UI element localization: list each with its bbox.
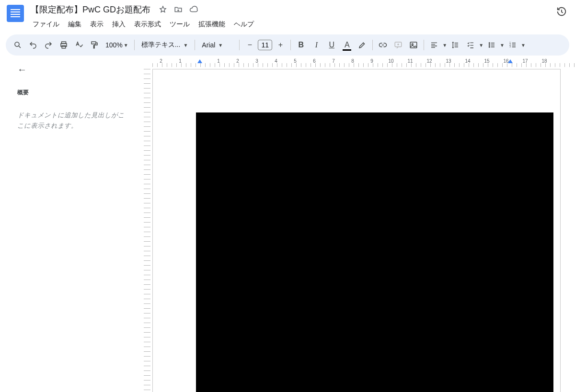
redacted-content-block — [196, 112, 553, 392]
highlight-color-button[interactable] — [355, 38, 369, 52]
collapse-outline-icon[interactable]: ← — [17, 64, 27, 75]
docs-logo-icon[interactable] — [7, 5, 24, 22]
styles-label: 標準テキス... — [141, 41, 181, 49]
chevron-down-icon: ▼ — [500, 43, 505, 48]
move-folder-icon[interactable] — [173, 5, 183, 14]
ruler-number: 2 — [236, 58, 239, 64]
menu-bar: ファイル 編集 表示 挿入 表示形式 ツール 拡張機能 ヘルプ — [29, 18, 555, 31]
title-area: 【限定配布】PwC GDお題配布 ファイル 編集 表示 挿入 表示形式 ツール … — [29, 3, 555, 31]
print-icon[interactable] — [57, 38, 71, 52]
paint-format-icon[interactable] — [87, 38, 102, 52]
insert-image-icon[interactable] — [406, 38, 421, 52]
star-icon[interactable] — [158, 5, 168, 14]
workspace: ← 概要 ドキュメントに追加した見出しがここに表示されます。 211234567… — [0, 56, 575, 392]
svg-point-9 — [489, 45, 490, 45]
doc-title[interactable]: 【限定配布】PwC GDお題配布 — [29, 3, 152, 16]
checklist-icon[interactable] — [463, 38, 478, 52]
underline-button[interactable]: U — [324, 38, 339, 52]
font-size-input[interactable] — [258, 40, 272, 50]
ruler-number: 10 — [388, 58, 393, 64]
vertical-ruler[interactable] — [144, 69, 150, 392]
ruler-number: 1 — [217, 58, 220, 64]
ruler-ticks — [152, 63, 575, 67]
text-color-button[interactable]: A — [340, 38, 354, 52]
separator — [239, 40, 240, 50]
insert-link-icon[interactable] — [376, 38, 390, 52]
ruler-number: 2 — [160, 58, 162, 64]
separator — [134, 40, 135, 50]
menu-format[interactable]: 表示形式 — [130, 18, 165, 31]
zoom-value: 100% — [105, 41, 123, 49]
chevron-down-icon: ▼ — [479, 43, 483, 48]
ruler-number: 9 — [370, 58, 373, 64]
bulleted-list-icon[interactable] — [484, 38, 499, 52]
ruler-number: 5 — [294, 58, 297, 64]
menu-insert[interactable]: 挿入 — [108, 18, 129, 31]
ruler-number: 3 — [255, 58, 258, 64]
decrease-font-size-button[interactable]: − — [242, 38, 257, 52]
ruler-number: 8 — [351, 58, 354, 64]
menu-edit[interactable]: 編集 — [64, 18, 85, 31]
chevron-down-icon: ▼ — [218, 43, 223, 48]
header: 【限定配布】PwC GDお題配布 ファイル 編集 表示 挿入 表示形式 ツール … — [0, 0, 575, 31]
chevron-down-icon: ▼ — [124, 43, 128, 48]
toolbar: 100%▼ 標準テキス...▼ Arial▼ − + B I U A ▼ ▼ ▼… — [6, 34, 569, 56]
svg-point-0 — [15, 42, 19, 46]
search-icon[interactable] — [11, 38, 25, 52]
ruler-number: 1 — [179, 58, 182, 64]
ruler-number: 16 — [503, 58, 508, 64]
svg-text:3: 3 — [509, 45, 511, 48]
redo-icon[interactable] — [41, 38, 56, 52]
bold-button[interactable]: B — [294, 38, 308, 52]
horizontal-ruler[interactable]: 21123456789101112131415161718 — [152, 58, 575, 67]
outline-panel: ← 概要 ドキュメントに追加した見出しがここに表示されます。 — [0, 56, 142, 392]
outline-title: 概要 — [17, 89, 130, 97]
separator — [290, 40, 291, 50]
ruler-number: 12 — [426, 58, 432, 64]
ruler-number: 11 — [407, 58, 413, 64]
spellcheck-icon[interactable] — [72, 38, 86, 52]
menu-extensions[interactable]: 拡張機能 — [195, 18, 229, 31]
version-history-icon[interactable] — [555, 5, 568, 18]
title-row: 【限定配布】PwC GDお題配布 — [29, 3, 555, 16]
italic-button[interactable]: I — [309, 38, 323, 52]
ruler-number: 4 — [275, 58, 277, 64]
separator — [195, 40, 195, 50]
chevron-down-icon: ▼ — [183, 43, 188, 48]
font-dropdown[interactable]: Arial▼ — [198, 41, 236, 49]
svg-point-8 — [489, 43, 490, 44]
ruler-number: 6 — [313, 58, 316, 64]
ruler-number: 7 — [332, 58, 335, 64]
menu-tools[interactable]: ツール — [166, 18, 194, 31]
chevron-down-icon: ▼ — [442, 43, 447, 48]
font-label: Arial — [202, 41, 215, 49]
cloud-status-icon[interactable] — [189, 5, 198, 14]
separator — [372, 40, 373, 50]
menu-view[interactable]: 表示 — [86, 18, 107, 31]
numbered-list-icon[interactable]: 123 — [506, 38, 520, 52]
document-canvas: 21123456789101112131415161718 — [142, 56, 575, 392]
svg-rect-4 — [92, 42, 96, 44]
svg-point-7 — [412, 44, 414, 45]
ruler-number: 17 — [522, 58, 528, 64]
menu-help[interactable]: ヘルプ — [230, 18, 258, 31]
zoom-dropdown[interactable]: 100%▼ — [103, 41, 131, 49]
align-dropdown[interactable] — [427, 38, 441, 52]
menu-file[interactable]: ファイル — [29, 18, 63, 31]
svg-rect-6 — [411, 42, 417, 48]
add-comment-icon[interactable] — [391, 38, 405, 52]
increase-font-size-button[interactable]: + — [273, 38, 288, 52]
font-size-control: − + — [242, 38, 288, 52]
line-spacing-icon[interactable] — [448, 38, 462, 52]
document-page[interactable] — [152, 69, 561, 392]
ruler-number: 15 — [484, 58, 489, 64]
svg-point-10 — [489, 46, 490, 47]
outline-placeholder: ドキュメントに追加した見出しがここに表示されます。 — [17, 110, 130, 131]
undo-icon[interactable] — [26, 38, 40, 52]
chevron-down-icon: ▼ — [521, 43, 526, 48]
separator — [424, 40, 424, 50]
paragraph-styles-dropdown[interactable]: 標準テキス...▼ — [138, 41, 192, 49]
ruler-number: 13 — [446, 58, 451, 64]
indent-marker-left-icon[interactable] — [197, 59, 202, 63]
ruler-number: 14 — [465, 58, 470, 64]
